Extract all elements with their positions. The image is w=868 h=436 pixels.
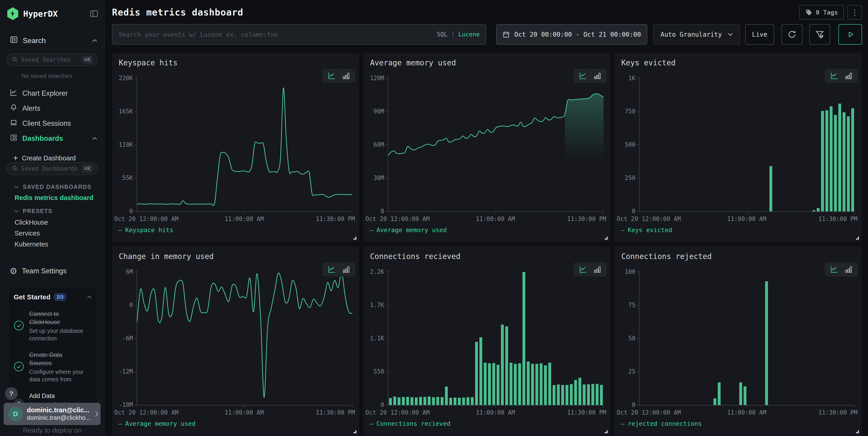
bar-chart-toggle-icon[interactable]	[844, 72, 853, 80]
x-axis-label: 11:30:00 PM	[818, 215, 858, 222]
sidebar: HyperDX Search ⌘K No saved searches Char…	[0, 0, 105, 436]
chart-canvas	[137, 78, 352, 211]
chart-type-toggle	[574, 262, 607, 277]
sidebar-item-team-settings[interactable]: ⚙ Team Settings	[0, 265, 104, 278]
y-axis-tick	[134, 372, 136, 372]
y-axis-tick	[385, 78, 388, 79]
y-axis-label: 110K	[113, 141, 133, 148]
x-axis-tick	[495, 405, 496, 408]
saved-searches-input[interactable]	[21, 56, 79, 63]
x-axis-label: 11:30:00 PM	[567, 215, 606, 222]
line-chart-toggle-icon[interactable]	[579, 266, 587, 273]
y-axis-tick	[385, 405, 388, 405]
resize-handle[interactable]	[353, 237, 356, 240]
bar-chart-toggle-icon[interactable]	[593, 72, 602, 80]
bar-chart-toggle-icon[interactable]	[342, 72, 350, 80]
y-axis-tick	[385, 372, 388, 372]
saved-dashboards-input[interactable]	[21, 165, 79, 172]
help-button[interactable]: ?	[5, 387, 18, 400]
granularity-select[interactable]: Auto Granularity	[653, 24, 740, 45]
presets-section[interactable]: PRESETS	[14, 208, 53, 214]
chart-title: Connections rejected	[621, 252, 712, 261]
line-chart-toggle-icon[interactable]	[327, 72, 336, 80]
hyperdx-logo[interactable]: HyperDX	[6, 7, 58, 20]
y-axis-label: 50	[615, 335, 636, 342]
y-axis-tick	[385, 145, 388, 145]
resize-handle[interactable]	[605, 237, 608, 240]
y-axis-tick	[385, 272, 388, 272]
sidebar-item-services[interactable]: Services	[14, 230, 40, 237]
layout-grid-icon	[9, 134, 18, 144]
y-axis-label: 500	[615, 141, 636, 148]
chart-type-toggle	[825, 262, 858, 277]
chevron-up-icon[interactable]	[92, 137, 97, 140]
x-axis-tick	[244, 212, 245, 214]
bar-chart-toggle-icon[interactable]	[844, 266, 853, 273]
sidebar-item-kubernetes[interactable]: Kubernetes	[14, 240, 48, 248]
chart-line-icon	[9, 88, 18, 98]
events-search-input[interactable]	[113, 31, 486, 38]
chevron-down-icon	[14, 186, 19, 188]
y-axis-tick	[134, 211, 136, 212]
tag-icon	[805, 9, 812, 16]
y-axis-label: 220K	[113, 75, 133, 82]
no-saved-searches-text: No saved searches	[21, 72, 72, 80]
more-menu-button[interactable]: ⋮	[847, 5, 862, 20]
refresh-button[interactable]	[781, 24, 802, 45]
line-chart-toggle-icon[interactable]	[579, 72, 587, 80]
y-axis-label: 2.2K	[364, 268, 384, 275]
sql-toggle[interactable]: SQL	[437, 31, 447, 38]
sidebar-item-clickhouse[interactable]: ClickHouse	[14, 219, 48, 226]
sidebar-collapse-icon[interactable]	[89, 9, 99, 18]
y-axis-label: 750	[615, 108, 636, 115]
resize-handle[interactable]	[353, 430, 356, 433]
run-query-button[interactable]	[838, 24, 862, 45]
sidebar-item-redis-dashboard[interactable]: Redis metrics dashboard	[14, 194, 94, 202]
tags-button[interactable]: 0 Tags	[799, 5, 844, 20]
y-axis-tick	[637, 338, 639, 339]
y-axis-tick	[134, 272, 136, 272]
filter-edit-icon	[815, 30, 825, 39]
y-axis-tick	[134, 178, 136, 178]
y-axis-label: 0	[615, 401, 636, 408]
progress-badge: 2/3	[54, 293, 67, 301]
step-connect-clickhouse[interactable]: Connect to ClickHouse Set up your databa…	[14, 310, 92, 342]
sidebar-item-alerts[interactable]: Alerts	[0, 102, 104, 115]
live-button[interactable]: Live	[745, 24, 774, 45]
x-axis-tick	[854, 212, 855, 214]
get-started-card: Get Started 2/3 Connect to ClickHouse Se…	[8, 287, 98, 410]
y-axis-label: 25	[615, 368, 636, 375]
chevron-up-icon[interactable]	[87, 296, 92, 299]
y-axis-label: 60M	[364, 141, 384, 148]
y-axis-tick	[637, 272, 639, 272]
sidebar-item-dashboards[interactable]: Dashboards	[0, 132, 104, 145]
bar-chart-toggle-icon[interactable]	[342, 266, 350, 273]
lucene-toggle[interactable]: Lucene	[458, 31, 480, 38]
line-chart-toggle-icon[interactable]	[327, 266, 336, 273]
chart-panel-5: Connections recieved2.2K1.7K1.1K5500Oct …	[363, 246, 610, 436]
sidebar-item-search[interactable]: Search	[0, 34, 104, 47]
chart-type-toggle	[825, 69, 858, 83]
date-range-picker[interactable]: Oct 20 00:00:00 - Oct 21 00:00:00	[496, 24, 647, 45]
shortcut-badge: ⌘K	[82, 56, 93, 63]
saved-dashboards-section[interactable]: SAVED DASHBOARDS	[14, 183, 92, 190]
user-menu[interactable]: D dominic.tran@clic... dominic.tran@clic…	[4, 403, 101, 425]
y-axis-label: 250	[615, 174, 636, 181]
resize-handle[interactable]	[856, 237, 859, 240]
resize-handle[interactable]	[605, 430, 608, 433]
bar-chart-toggle-icon[interactable]	[593, 266, 602, 273]
sidebar-item-chart-explorer[interactable]: Chart Explorer	[0, 87, 104, 100]
chart-panel-4: Change in memory used6M0-6M-12M-18MOct 2…	[112, 246, 359, 436]
line-chart-toggle-icon[interactable]	[830, 266, 838, 273]
line-chart-toggle-icon[interactable]	[830, 72, 838, 80]
step-create-data-sources[interactable]: Create Data Sources Configure where your…	[14, 351, 92, 383]
resize-handle[interactable]	[856, 430, 859, 433]
y-axis-label: 550	[364, 368, 384, 375]
filter-button[interactable]	[809, 24, 830, 45]
sidebar-item-client-sessions[interactable]: Client Sessions	[0, 117, 104, 130]
divider	[0, 49, 104, 50]
chevron-up-icon[interactable]	[92, 39, 97, 42]
x-axis-tick	[747, 212, 747, 214]
x-axis-tick	[244, 405, 245, 408]
query-language-toggle[interactable]: SQL | Lucene	[437, 31, 480, 38]
